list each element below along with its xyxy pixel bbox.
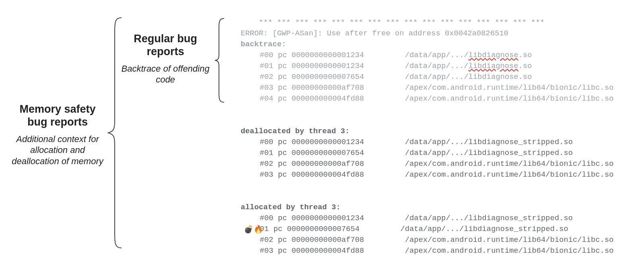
backtrace-header: backtrace: xyxy=(241,40,286,49)
backtrace-frame: #02 pc 0000000000007654/data/app/.../lib… xyxy=(241,72,643,83)
dealloc-frame: #01 pc 0000000000007654/data/app/.../lib… xyxy=(241,148,643,159)
dealloc-frame: #00 pc 0000000000001234/data/app/.../lib… xyxy=(241,137,643,148)
regular-bug-title: Regular bug reports xyxy=(119,32,212,58)
crash-report: *** *** *** *** *** *** *** *** *** *** … xyxy=(241,6,643,256)
brace-left-icon xyxy=(107,16,123,250)
dealloc-frame: #03 pc 000000000004fd88/apex/com.android… xyxy=(241,169,643,180)
separator-line: *** *** *** *** *** *** *** *** *** *** … xyxy=(259,18,545,27)
memory-safety-label: Memory safety bug reports Additional con… xyxy=(8,103,107,167)
alloc-header: allocated by thread 3: xyxy=(241,203,341,212)
alloc-frame: #02 pc 00000000000af708/apex/com.android… xyxy=(241,235,643,245)
dealloc-header: deallocated by thread 3: xyxy=(241,127,350,136)
regular-bug-subtitle: Backtrace of offending code xyxy=(119,63,212,85)
backtrace-frame: #04 pc 000000000004fd88/apex/com.android… xyxy=(241,93,643,104)
backtrace-frame: #00 pc 0000000000001234/data/app/.../lib… xyxy=(241,50,643,61)
memory-safety-subtitle: Additional context for allocation and de… xyxy=(8,134,107,167)
marker-emoji: 💣🔥 xyxy=(244,224,263,235)
error-line: ERROR: [GWP-ASan]: Use after free on add… xyxy=(241,29,508,38)
memory-safety-title: Memory safety bug reports xyxy=(8,103,107,129)
backtrace-frame: #01 pc 0000000000001234/data/app/.../lib… xyxy=(241,61,643,72)
alloc-frame: #01 pc 0000000000007654/data/app/.../lib… xyxy=(241,224,643,235)
alloc-frame: #00 pc 0000000000001234/data/app/.../lib… xyxy=(241,213,643,224)
regular-bug-label: Regular bug reports Backtrace of offendi… xyxy=(119,32,212,85)
dealloc-frame: #02 pc 00000000000af708/apex/com.android… xyxy=(241,159,643,169)
alloc-frame: #03 pc 000000000004fd88/apex/com.android… xyxy=(241,245,643,256)
backtrace-frame: #03 pc 00000000000af708/apex/com.android… xyxy=(241,83,643,93)
brace-mid-icon xyxy=(213,17,225,103)
